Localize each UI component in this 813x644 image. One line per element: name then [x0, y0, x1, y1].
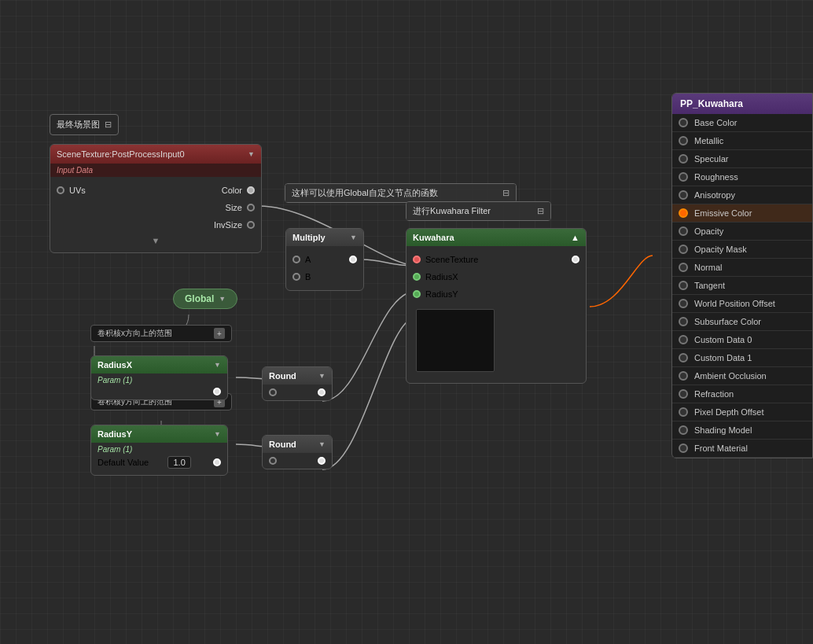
kuwahara-radius-y-in [413, 290, 421, 298]
multiply-dropdown[interactable]: ▼ [350, 234, 357, 241]
comment-box-1-minimize[interactable]: ⊟ [502, 188, 510, 198]
radius-x-header: RadiusX ▼ [91, 356, 227, 374]
pp-item-opacity-mask[interactable]: Opacity Mask [672, 241, 812, 259]
pp-item-subsurface[interactable]: Subsurface Color [672, 313, 812, 331]
round-1-header: Round ▼ [263, 367, 332, 385]
pp-item-specular[interactable]: Specular [672, 150, 812, 168]
invsize-row: InvSize [50, 216, 261, 234]
pp-item-tangent[interactable]: Tangent [672, 277, 812, 295]
default-value: 1.0 [173, 458, 185, 467]
kuwahara-scene-texture-row: SceneTexture [406, 251, 586, 268]
comment-box-2-header: 进行Kuwahara Filter ⊟ [406, 202, 550, 220]
pp-label-front-material: Front Material [694, 443, 748, 453]
multiply-a-pin [292, 256, 300, 263]
pp-item-pixel-depth[interactable]: Pixel Depth Offset [672, 403, 812, 421]
pp-label-normal: Normal [694, 263, 722, 272]
kuwahara-header: Kuwahara ▲ [406, 229, 586, 246]
pp-item-roughness[interactable]: Roughness [672, 168, 812, 186]
radius-y-subtitle: Param (1) [97, 445, 221, 454]
radius-x-dropdown[interactable]: ▼ [214, 361, 221, 369]
uvs-row: UVs Color [50, 182, 261, 199]
radius-y-out-pin [213, 458, 221, 466]
scene-texture-title: SceneTexture:PostProcessInput0 [57, 149, 185, 159]
kuwahara-node: Kuwahara ▲ SceneTexture RadiusX RadiusY [406, 228, 587, 384]
round-2-header: Round ▼ [263, 436, 332, 453]
pp-item-anisotropy[interactable]: Anisotropy [672, 186, 812, 204]
pp-label-opacity-mask: Opacity Mask [694, 245, 747, 254]
radius-y-dropdown[interactable]: ▼ [214, 430, 221, 438]
global-node[interactable]: Global ▼ [173, 289, 237, 309]
kuwahara-radius-y-label: RadiusY [425, 289, 579, 299]
kuwahara-collapse[interactable]: ▲ [571, 233, 579, 242]
pp-panel-header: PP_Kuwahara [672, 94, 812, 114]
multiply-b-row: B [286, 268, 363, 285]
multiply-header: Multiply ▼ [286, 229, 363, 246]
pp-item-custom1[interactable]: Custom Data 1 [672, 349, 812, 367]
default-value-box[interactable]: 1.0 [167, 456, 191, 469]
pp-item-emissive[interactable]: Emissive Color [672, 204, 812, 223]
scene-texture-header: SceneTexture:PostProcessInput0 ▼ [50, 145, 261, 164]
default-value-row: Default Value 1.0 [97, 454, 221, 471]
kuwahara-radius-x-in [413, 273, 421, 281]
pp-item-metallic[interactable]: Metallic [672, 132, 812, 150]
pp-panel: PP_Kuwahara Base Color Metallic Specular… [671, 93, 813, 458]
pp-item-base-color[interactable]: Base Color [672, 114, 812, 132]
pp-label-roughness: Roughness [694, 172, 738, 182]
default-value-label: Default Value [97, 458, 149, 467]
pp-item-front-material[interactable]: Front Material [672, 440, 812, 458]
multiply-a-label: A [305, 255, 349, 264]
pp-label-anisotropy: Anisotropy [694, 190, 735, 200]
pp-item-shading-model[interactable]: Shading Model [672, 421, 812, 440]
title-node: 最终场景图 ⊟ [50, 114, 119, 135]
label-x-text: 卷积核x方向上的范围 [97, 328, 209, 339]
invsize-output-pin [247, 221, 255, 229]
round-1-title: Round [269, 371, 296, 381]
pp-item-ambient[interactable]: Ambient Occlusion [672, 367, 812, 385]
pp-label-base-color: Base Color [694, 118, 737, 127]
pp-pin-front-material [679, 443, 688, 453]
kuwahara-radius-x-row: RadiusX [406, 268, 586, 285]
multiply-title: Multiply [292, 233, 326, 242]
minimize-icon[interactable]: ⊟ [105, 120, 112, 130]
pp-label-opacity: Opacity [694, 226, 723, 236]
pp-pin-world-position [679, 299, 688, 308]
pp-panel-title: PP_Kuwahara [680, 98, 743, 109]
kuwahara-title: Kuwahara [413, 233, 454, 242]
radius-y-node: RadiusY ▼ Param (1) Default Value 1.0 [90, 425, 228, 476]
radius-y-body: Param (1) Default Value 1.0 [91, 443, 227, 475]
multiply-a-row: A [286, 251, 363, 268]
pp-label-tangent: Tangent [694, 281, 725, 290]
pp-label-shading-model: Shading Model [694, 425, 752, 435]
expand-btn[interactable]: ▼ [50, 234, 261, 248]
pp-pin-normal [679, 263, 688, 272]
multiply-body: A B [286, 246, 363, 290]
pp-item-custom0[interactable]: Custom Data 0 [672, 331, 812, 349]
comment-box-1-header: 这样可以使用Global自定义节点的函数 ⊟ [285, 184, 516, 202]
global-dropdown[interactable]: ▼ [219, 295, 226, 303]
pp-pin-custom0 [679, 335, 688, 344]
comment-box-2-minimize[interactable]: ⊟ [537, 206, 544, 216]
pp-item-world-position[interactable]: World Position Offset [672, 295, 812, 313]
kuwahara-radius-y-row: RadiusY [406, 285, 586, 303]
kuwahara-body: SceneTexture RadiusX RadiusY [406, 246, 586, 383]
round-1-dropdown[interactable]: ▼ [318, 372, 326, 380]
round-1-in-pin [269, 388, 277, 396]
pp-item-refraction[interactable]: Refraction [672, 385, 812, 403]
size-label: Size [226, 203, 242, 212]
round-2-in-pin [269, 457, 277, 465]
round-2-dropdown[interactable]: ▼ [318, 440, 326, 448]
pp-pin-subsurface [679, 317, 688, 326]
pp-item-normal[interactable]: Normal [672, 259, 812, 277]
label-node-x: 卷积核x方向上的范围 + [90, 325, 232, 342]
radius-x-title: RadiusX [97, 360, 132, 370]
pp-pin-opacity [679, 226, 688, 236]
round-2-out-pin [318, 457, 326, 465]
scene-texture-node: SceneTexture:PostProcessInput0 ▼ Input D… [50, 144, 262, 253]
pp-pin-pixel-depth [679, 407, 688, 417]
pp-item-opacity[interactable]: Opacity [672, 223, 812, 241]
color-label: Color [222, 186, 242, 195]
label-x-add-btn[interactable]: + [214, 328, 225, 339]
scene-texture-dropdown[interactable]: ▼ [248, 150, 255, 158]
pp-label-pixel-depth: Pixel Depth Offset [694, 407, 763, 417]
pp-pin-emissive [679, 208, 688, 218]
